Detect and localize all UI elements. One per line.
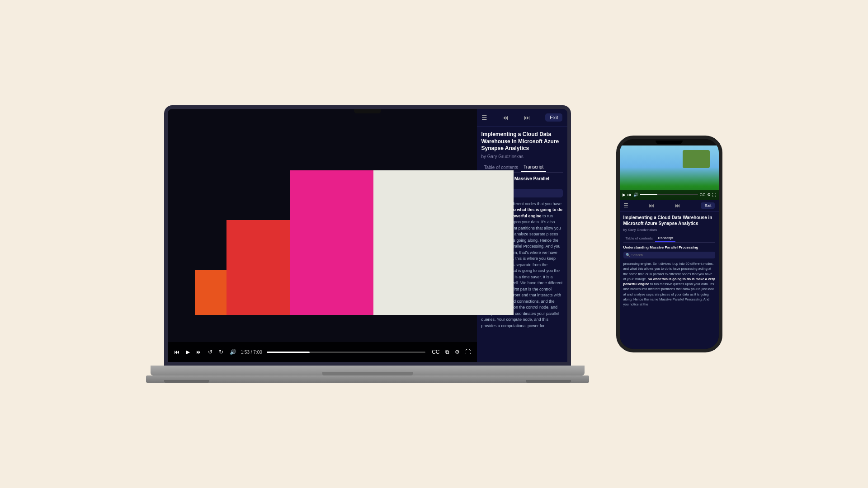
phone-search-input[interactable] — [632, 253, 713, 257]
phone-tab-toc[interactable]: Table of contents — [623, 235, 655, 242]
laptop-foot-left — [164, 380, 209, 383]
phone-next-nav[interactable]: ⏭ — [675, 202, 680, 209]
tab-transcript[interactable]: Transcript — [521, 163, 546, 172]
phone-sidebar-top: ☰ ⏮ ⏭ Exit — [620, 200, 719, 212]
phone-video-thumbnail: ▶ ⏮ 🔊 CC ⚙ ⛶ — [620, 145, 719, 200]
skip-forward-button[interactable]: ↻ — [217, 348, 225, 356]
sidebar-next-button[interactable]: ⏭ — [524, 114, 530, 121]
sidebar-top-bar: ☰ ⏮ ⏭ Exit — [477, 109, 567, 127]
picture-in-picture-button[interactable]: ⧉ — [443, 348, 451, 356]
phone-settings-button[interactable]: ⚙ — [707, 192, 711, 197]
laptop-screen: ⏮ ▶ ⏭ ↺ ↻ 🔊 1:53 / 7:00 — [164, 105, 571, 366]
phone-volume-button[interactable]: 🔊 — [633, 192, 638, 197]
scene: ⏮ ▶ ⏭ ↺ ↻ 🔊 1:53 / 7:00 — [0, 0, 868, 488]
phone-sidebar-author: by Gary Grudzinskas — [623, 228, 715, 232]
laptop: ⏮ ▶ ⏭ ↺ ↻ 🔊 1:53 / 7:00 — [146, 105, 589, 383]
phone-sidebar-tabs: Table of contents Transcript — [623, 235, 715, 243]
block-orange — [195, 270, 226, 315]
laptop-video-area: ⏮ ▶ ⏭ ↺ ↻ 🔊 1:53 / 7:00 — [168, 109, 477, 362]
phone-progress-fill — [640, 194, 657, 195]
phone-ctrl-icons-right: CC ⚙ ⛶ — [700, 192, 716, 197]
phone-play-button[interactable]: ▶ — [623, 192, 626, 197]
phone-prev-nav[interactable]: ⏮ — [649, 202, 654, 209]
staircase-blocks — [195, 170, 514, 315]
phone-captions-button[interactable]: CC — [700, 192, 706, 197]
sidebar-course-title: Implementing a Cloud Data Warehouse in M… — [481, 131, 563, 152]
phone-notch-area — [620, 139, 719, 145]
phone-section-title: Understanding Massive Parallel Processin… — [623, 245, 715, 249]
video-progress-fill — [267, 352, 310, 353]
phone-screen: ▶ ⏮ 🔊 CC ⚙ ⛶ — [620, 145, 719, 349]
sidebar-author: by Gary Grudzinskas — [481, 154, 563, 159]
video-content — [168, 109, 477, 342]
video-time: 1:53 / 7:00 — [241, 350, 262, 355]
captions-button[interactable]: CC — [430, 348, 441, 356]
phone-prev-button[interactable]: ⏮ — [627, 192, 632, 197]
video-progress-bar[interactable] — [267, 352, 425, 353]
play-button[interactable]: ▶ — [184, 348, 192, 356]
laptop-notch — [354, 109, 381, 113]
block-white — [373, 170, 514, 315]
phone-notch — [656, 141, 683, 144]
phone-video-castle — [683, 150, 710, 168]
sidebar-menu-icon[interactable]: ☰ — [481, 114, 487, 121]
fullscreen-button[interactable]: ⛶ — [463, 348, 472, 356]
video-controls-bar: ⏮ ▶ ⏭ ↺ ↻ 🔊 1:53 / 7:00 — [168, 342, 477, 362]
phone-progress-bar[interactable] — [640, 194, 698, 195]
phone-video-controls: ▶ ⏮ 🔊 CC ⚙ ⛶ — [620, 190, 719, 200]
phone-tab-transcript[interactable]: Transcript — [655, 235, 675, 242]
next-button[interactable]: ⏭ — [194, 348, 203, 356]
sidebar-exit-button[interactable]: Exit — [545, 113, 562, 122]
laptop-feet — [146, 375, 589, 383]
volume-button[interactable]: 🔊 — [228, 348, 238, 356]
phone: ▶ ⏮ 🔊 CC ⚙ ⛶ — [616, 136, 722, 352]
phone-transcript-text: processing engine. So it divides it up i… — [623, 261, 715, 307]
prev-button[interactable]: ⏮ — [172, 348, 181, 356]
replay-button[interactable]: ↺ — [206, 348, 214, 356]
laptop-foot-right — [526, 380, 571, 383]
phone-search-icon: 🔍 — [626, 253, 630, 257]
sidebar-prev-button[interactable]: ⏮ — [502, 114, 509, 121]
phone-sidebar: ☰ ⏮ ⏭ Exit Implementing a Cloud Data War… — [620, 200, 719, 349]
settings-button[interactable]: ⚙ — [453, 348, 462, 356]
laptop-base — [151, 366, 585, 375]
phone-sidebar-content: Implementing a Cloud Data Warehouse in M… — [620, 212, 719, 349]
block-red — [226, 220, 290, 315]
video-controls-right: CC ⧉ ⚙ ⛶ — [430, 348, 472, 356]
phone-body: ▶ ⏮ 🔊 CC ⚙ ⛶ — [616, 136, 722, 352]
phone-sidebar-title: Implementing a Cloud Data Warehouse in M… — [623, 215, 715, 226]
block-pink — [290, 170, 373, 315]
phone-fullscreen-button[interactable]: ⛶ — [712, 192, 716, 197]
phone-search-box[interactable]: 🔍 — [623, 252, 715, 258]
phone-exit-button[interactable]: Exit — [701, 202, 715, 209]
laptop-inner: ⏮ ▶ ⏭ ↺ ↻ 🔊 1:53 / 7:00 — [168, 109, 567, 362]
phone-menu-icon[interactable]: ☰ — [623, 202, 628, 209]
